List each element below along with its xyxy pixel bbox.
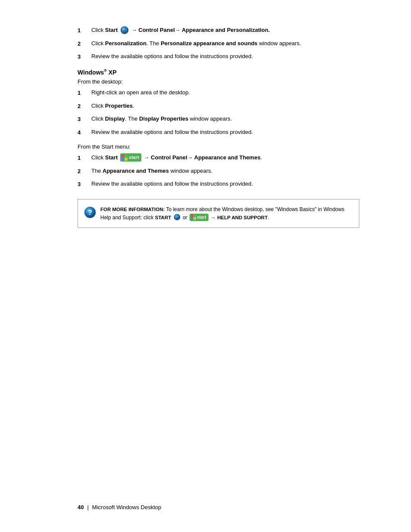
- start-step-3: 3 Review the available options and follo…: [78, 180, 359, 189]
- step-text: Review the available options and follow …: [91, 180, 253, 188]
- step-number: 1: [78, 89, 88, 97]
- svg-rect-16: [191, 217, 193, 220]
- start-steps-list: 1 Click Start start → Control Panel→ App…: [78, 153, 359, 189]
- step-text: Click Start start → Control Panel→ Appea…: [91, 153, 262, 162]
- display-label: Display: [105, 115, 125, 122]
- step-number: 2: [78, 167, 88, 176]
- help-support-label: Help and Support: [217, 215, 268, 220]
- step-number: 3: [78, 53, 88, 61]
- windows-xp-title: Windows® XP: [78, 69, 117, 76]
- xp-flag-icon-info: [191, 215, 196, 220]
- step-number: 3: [78, 115, 88, 124]
- step-text: Review the available options and follow …: [91, 128, 253, 137]
- properties-label: Properties: [105, 103, 133, 109]
- step-number: 4: [78, 128, 88, 137]
- personalize-window-label: Personalize appearance and sounds: [161, 40, 258, 47]
- desktop-step-4: 4 Review the available options and follo…: [78, 128, 359, 137]
- xp-start-label-info: start: [197, 214, 206, 221]
- info-box-text: FOR MORE INFORMATION: To learn more abou…: [100, 205, 352, 222]
- step-number: 3: [78, 180, 88, 189]
- step-text: The Appearance and Themes window appears…: [91, 167, 212, 175]
- xp-start-label: start: [129, 154, 139, 161]
- svg-text:?: ?: [88, 209, 92, 216]
- step-number: 1: [78, 26, 88, 35]
- footer-title: Microsoft Windows Desktop: [92, 504, 161, 510]
- step-text: Right-click an open area of the desktop.: [91, 88, 190, 97]
- control-panel-label: Control Panel→ Appearance and Personaliz…: [138, 27, 270, 33]
- intro-steps-list: 1 Click Start: [78, 26, 359, 61]
- from-desktop-label: From the desktop:: [78, 78, 359, 85]
- desktop-step-3: 3 Click Display. The Display Properties …: [78, 115, 359, 124]
- personalization-label: Personalization: [105, 40, 146, 47]
- step-text: Click Display. The Display Properties wi…: [91, 115, 232, 123]
- start-label-info: Start: [155, 215, 171, 220]
- svg-rect-15: [193, 215, 196, 217]
- step-text: Review the available options and follow …: [91, 52, 253, 61]
- vista-globe-icon-info: [174, 214, 181, 221]
- step-number: 2: [78, 40, 88, 48]
- registered-mark: ®: [104, 69, 107, 73]
- step-text: Click Start → Con: [91, 26, 270, 35]
- xp-start-button: start: [120, 153, 141, 162]
- start-step-2: 2 The Appearance and Themes window appea…: [78, 167, 359, 176]
- footer-page-number: 40: [78, 504, 84, 510]
- appearance-themes-label: Appearance and Themes: [103, 168, 169, 174]
- control-panel-themes-label: Control Panel→ Appearance and Themes: [151, 154, 261, 161]
- start-label: Start: [105, 27, 118, 33]
- page-footer: 40 | Microsoft Windows Desktop: [0, 504, 411, 510]
- xp-flag-icon: [121, 155, 128, 161]
- footer-divider: |: [87, 504, 88, 510]
- step-number: 2: [78, 102, 88, 111]
- page: 1 Click Start: [0, 0, 411, 532]
- desktop-step-1: 1 Right-click an open area of the deskto…: [78, 88, 359, 97]
- svg-rect-7: [121, 158, 125, 161]
- intro-step-1: 1 Click Start: [78, 26, 359, 35]
- start-label-xp: Start: [105, 154, 118, 161]
- step-text: Click Personalization. The Personalize a…: [91, 39, 301, 48]
- svg-rect-6: [125, 155, 128, 158]
- info-box: ? FOR MORE INFORMATION: To learn more ab…: [78, 199, 359, 228]
- svg-rect-5: [121, 155, 125, 158]
- step-number: 1: [78, 154, 88, 162]
- display-properties-label: Display Properties: [139, 115, 188, 122]
- start-step-1: 1 Click Start start → Control Panel→ App…: [78, 153, 359, 162]
- svg-rect-14: [191, 215, 193, 217]
- windows-xp-heading: Windows® XP: [78, 69, 359, 76]
- vista-globe-icon: [120, 26, 129, 34]
- intro-step-2: 2 Click Personalization. The Personalize…: [78, 39, 359, 48]
- step-text: Click Properties.: [91, 102, 134, 110]
- desktop-step-2: 2 Click Properties.: [78, 102, 359, 111]
- svg-rect-17: [193, 217, 196, 220]
- desktop-steps-list: 1 Right-click an open area of the deskto…: [78, 88, 359, 137]
- from-start-label: From the Start menu:: [78, 143, 359, 150]
- for-more-info-label: FOR MORE INFORMATION:: [100, 207, 165, 212]
- svg-rect-8: [125, 158, 128, 161]
- xp-start-button-info: start: [190, 214, 209, 221]
- info-icon: ?: [84, 206, 96, 218]
- intro-step-3: 3 Review the available options and follo…: [78, 52, 359, 61]
